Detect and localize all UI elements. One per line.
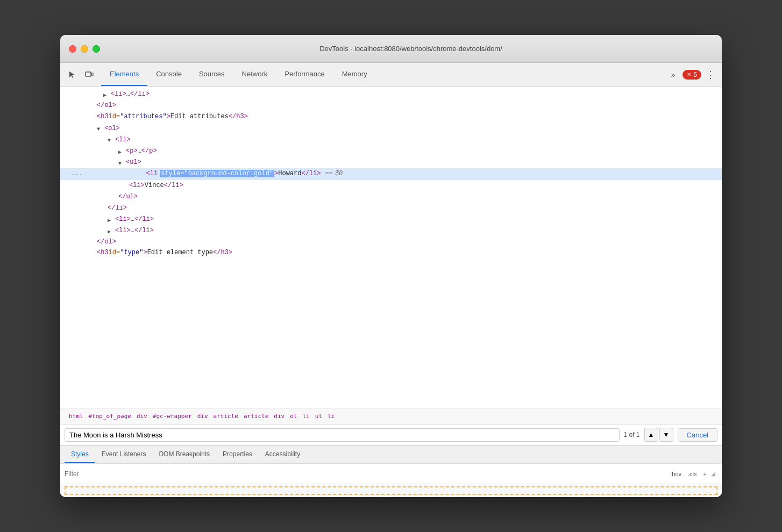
maximize-button[interactable] — [93, 45, 100, 53]
device-icon — [85, 70, 94, 79]
svg-rect-1 — [91, 73, 93, 76]
tab-properties[interactable]: Properties — [216, 446, 259, 463]
breadcrumb-div-3[interactable]: div — [272, 412, 287, 421]
tab-network[interactable]: Network — [233, 63, 276, 86]
tag: <p> — [126, 146, 138, 156]
error-badge[interactable]: ✕ 6 — [683, 70, 701, 80]
resize-handle: ◢ — [711, 471, 717, 477]
tab-accessibility[interactable]: Accessibility — [259, 446, 307, 463]
hov-button[interactable]: :hov — [668, 470, 684, 478]
dom-line[interactable]: <h3 id= "type" > Edit element type </h3> — [60, 248, 722, 258]
tab-performance[interactable]: Performance — [276, 63, 333, 86]
filter-input[interactable] — [65, 470, 668, 478]
search-nav: ▲ ▼ — [644, 428, 673, 442]
tab-memory[interactable]: Memory — [333, 63, 376, 86]
collapse-icon[interactable]: ▶ — [103, 91, 110, 98]
breadcrumb-div-1[interactable]: div — [134, 412, 150, 421]
tag: </ol> — [97, 100, 116, 111]
close-button[interactable] — [69, 45, 76, 53]
search-cancel-button[interactable]: Cancel — [678, 428, 717, 442]
device-toggle-button[interactable] — [82, 67, 97, 82]
close-tag: </li> — [130, 89, 150, 99]
tag: <h3 — [97, 248, 109, 258]
add-style-button[interactable]: + — [701, 470, 709, 478]
search-next-button[interactable]: ▼ — [659, 428, 673, 442]
tab-console[interactable]: Console — [147, 63, 190, 86]
breadcrumb-html[interactable]: html — [67, 412, 86, 421]
selected-attr: style="background-color:gold" — [160, 170, 274, 177]
search-input[interactable] — [65, 428, 620, 442]
dom-panel[interactable]: ▶ <li> … </li> </ol> <h3 id= "attributes… — [60, 87, 722, 408]
dom-line[interactable]: </ol> — [60, 100, 722, 111]
cls-button[interactable]: .cls — [686, 470, 699, 478]
toolbar: Elements Console Sources Network Perform… — [60, 63, 722, 87]
breadcrumb-article-2[interactable]: article — [241, 412, 271, 421]
dom-line[interactable]: ▼ <li> — [60, 134, 722, 146]
title-bar: DevTools - localhost:8080/web/tools/chro… — [60, 35, 722, 63]
bottom-tab-list: Styles Event Listeners DOM Breakpoints P… — [60, 446, 722, 464]
toolbar-right: » ✕ 6 ⋮ — [665, 67, 717, 83]
tag: > — [274, 169, 278, 179]
collapse-icon[interactable]: ▼ — [97, 125, 103, 132]
tag: <li> — [115, 214, 131, 225]
ellipsis: … — [131, 226, 134, 236]
collapse-icon[interactable]: ▼ — [108, 136, 114, 143]
bottom-panel: Styles Event Listeners DOM Breakpoints P… — [60, 445, 722, 497]
breadcrumb-article-1[interactable]: article — [211, 412, 240, 421]
minimize-button[interactable] — [81, 45, 88, 53]
dom-line[interactable]: ▶ <li> … </li> — [60, 214, 722, 225]
devtools-window: DevTools - localhost:8080/web/tools/chro… — [60, 35, 722, 497]
dom-line[interactable]: </ul> — [60, 191, 722, 203]
dom-line[interactable]: <li> Vince </li> — [60, 180, 722, 191]
attr-value: "type" — [120, 248, 143, 258]
dom-line[interactable]: ▶ <p> … </p> — [60, 146, 722, 157]
tag: <ul> — [126, 157, 141, 168]
tag: </li> — [164, 181, 183, 191]
tab-dom-breakpoints[interactable]: DOM Breakpoints — [152, 446, 216, 463]
breadcrumb-div-2[interactable]: div — [195, 412, 210, 421]
main-content: ▶ <li> … </li> </ol> <h3 id= "attributes… — [60, 87, 722, 497]
search-prev-button[interactable]: ▲ — [644, 428, 658, 442]
dom-line[interactable]: ▶ <li> … </li> — [60, 89, 722, 100]
filter-bar: :hov .cls + ◢ — [60, 464, 722, 484]
breadcrumb-gc-wrapper[interactable]: #gc-wrapper — [151, 412, 194, 421]
dom-line[interactable]: ▼ <ol> — [60, 123, 722, 134]
inspect-button[interactable] — [65, 67, 80, 82]
dom-line[interactable]: ▼ <ul> — [60, 157, 722, 168]
traffic-lights — [69, 45, 100, 53]
tag: </ol> — [97, 237, 116, 247]
more-tabs-button[interactable]: » — [665, 67, 680, 82]
collapse-icon[interactable]: ▼ — [118, 160, 125, 166]
breadcrumb-top-of-page[interactable]: #top_of_page — [87, 412, 133, 421]
collapse-icon[interactable]: ▶ — [108, 217, 114, 223]
tag: </h3> — [213, 248, 232, 258]
tag: <ol> — [104, 124, 120, 134]
text: Vince — [145, 181, 164, 191]
collapse-icon[interactable]: ▶ — [108, 228, 114, 234]
collapse-icon[interactable]: ▶ — [118, 148, 125, 155]
selected-dom-line[interactable]: ... <li style="background-color:gold" > … — [60, 168, 722, 179]
dollar-zero: $0 — [335, 169, 343, 179]
dashed-border-indicator — [65, 486, 717, 495]
breadcrumb-ol[interactable]: ol — [288, 412, 299, 421]
breadcrumb-ul[interactable]: ul — [313, 412, 324, 421]
ellipsis: … — [138, 146, 141, 156]
tag: </h3> — [229, 112, 248, 122]
tab-event-listeners[interactable]: Event Listeners — [95, 446, 153, 463]
ellipsis: … — [131, 214, 134, 225]
breadcrumb-li-2[interactable]: li — [325, 412, 337, 421]
tab-sources[interactable]: Sources — [190, 63, 233, 86]
tag: </li> — [134, 214, 154, 225]
devtools-menu-button[interactable]: ⋮ — [703, 67, 717, 83]
tag: <li — [146, 169, 158, 179]
tag: <h3 — [97, 112, 109, 122]
error-icon: ✕ — [687, 71, 691, 77]
tab-styles[interactable]: Styles — [65, 446, 95, 463]
dom-line[interactable]: </li> — [60, 203, 722, 214]
tag: </li> — [301, 169, 321, 179]
breadcrumb-li-1[interactable]: li — [300, 412, 311, 421]
dom-line[interactable]: <h3 id= "attributes" > Edit attributes <… — [60, 111, 722, 123]
dom-line[interactable]: ▶ <li> … </li> — [60, 225, 722, 236]
tab-elements[interactable]: Elements — [101, 63, 147, 86]
dom-line[interactable]: </ol> — [60, 236, 722, 248]
